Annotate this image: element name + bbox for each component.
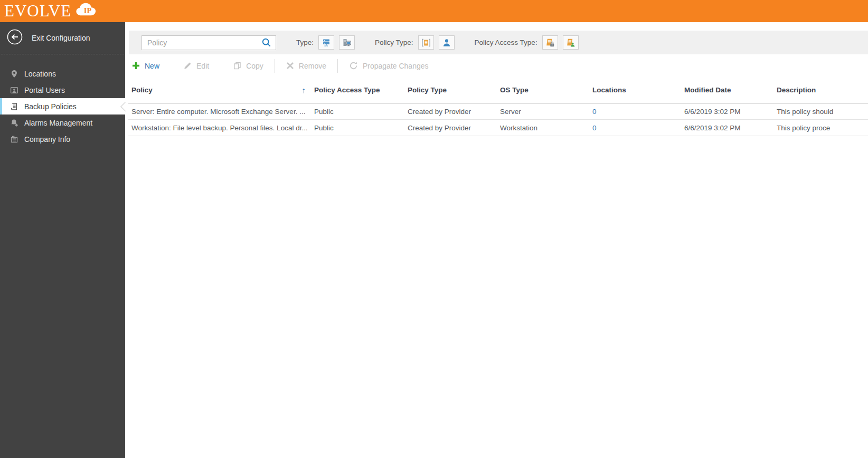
edit-button-label: Edit — [196, 62, 209, 70]
pencil-icon — [184, 62, 192, 70]
sidebar-nav: Locations Portal Users Backup Policies — [0, 65, 125, 147]
cell-os-type: Workstation — [497, 124, 589, 132]
column-header-policy[interactable]: Policy ↑ — [128, 86, 311, 94]
cell-modified-date: 6/6/2019 3:02 PM — [681, 108, 773, 116]
sidebar-item-backup-policies[interactable]: Backup Policies — [0, 98, 125, 114]
cell-description: This policy proce — [773, 124, 868, 132]
back-arrow-icon — [6, 28, 23, 47]
x-icon — [286, 62, 294, 70]
top-bar: EVOLVE IP — [0, 0, 868, 22]
public-access-icon[interactable] — [563, 35, 579, 50]
private-access-icon[interactable] — [542, 35, 558, 50]
cell-policy-type: Created by Provider — [404, 124, 497, 132]
sort-ascending-icon[interactable]: ↑ — [302, 86, 306, 94]
logo-text: EVOLVE — [4, 1, 71, 21]
plus-icon — [132, 62, 140, 70]
svg-text:IP: IP — [84, 6, 92, 15]
provider-policy-icon[interactable] — [418, 35, 434, 50]
policy-type-filter-group: Policy Type: — [375, 35, 455, 50]
type-filter-label: Type: — [296, 39, 314, 46]
search-icon[interactable] — [261, 37, 271, 47]
sidebar-item-locations[interactable]: Locations — [0, 65, 125, 82]
sidebar-divider — [1, 54, 124, 54]
column-header-label: Policy — [131, 86, 153, 94]
propagate-changes-button-label: Propagate Changes — [363, 62, 429, 70]
copy-button[interactable]: Copy — [227, 54, 270, 77]
sidebar-item-company-info[interactable]: Company Info — [0, 131, 125, 147]
new-button-label: New — [145, 62, 159, 70]
locations-count-link[interactable]: 0 — [589, 124, 681, 132]
policies-table: Policy ↑ Policy Access Type Policy Type … — [128, 77, 868, 136]
cell-policy-access-type: Public — [311, 124, 404, 132]
table-header-row: Policy ↑ Policy Access Type Policy Type … — [128, 77, 868, 103]
table-row[interactable]: Workstation: File level backup. Personal… — [128, 120, 868, 136]
type-filter-group: Type: — [296, 35, 355, 50]
cloud-logo-icon: IP — [73, 1, 102, 20]
column-header-modified-date[interactable]: Modified Date — [681, 86, 773, 94]
copy-button-label: Copy — [246, 62, 263, 70]
workstation-type-icon[interactable] — [339, 35, 355, 50]
filter-bar: Type: Pol — [129, 31, 868, 54]
sidebar: Exit Configuration Locations Portal User… — [0, 22, 125, 458]
toolbar-separator — [337, 59, 338, 73]
policy-search-box — [141, 35, 276, 50]
edit-button[interactable]: Edit — [177, 54, 216, 77]
toolbar-separator — [275, 59, 275, 73]
policy-access-type-filter-label: Policy Access Type: — [475, 39, 537, 46]
exit-configuration-label: Exit Configuration — [32, 34, 90, 42]
user-policy-icon[interactable] — [439, 35, 455, 50]
column-header-locations[interactable]: Locations — [589, 86, 681, 94]
cell-policy-type: Created by Provider — [404, 108, 497, 116]
column-header-policy-type[interactable]: Policy Type — [404, 86, 497, 94]
location-pin-icon — [10, 69, 18, 78]
company-info-icon — [10, 135, 18, 144]
cell-modified-date: 6/6/2019 3:02 PM — [681, 124, 773, 132]
cell-os-type: Server — [497, 108, 589, 116]
copy-icon — [233, 62, 241, 70]
table-row[interactable]: Server: Entire computer. Microsoft Excha… — [128, 103, 868, 120]
column-header-policy-access-type[interactable]: Policy Access Type — [311, 86, 404, 94]
evolve-ip-logo: EVOLVE IP — [4, 1, 102, 21]
remove-button-label: Remove — [299, 62, 326, 70]
sidebar-item-portal-users[interactable]: Portal Users — [0, 82, 125, 98]
new-button[interactable]: New — [125, 54, 166, 77]
cell-description: This policy should — [773, 108, 868, 116]
locations-count-link[interactable]: 0 — [589, 108, 681, 116]
remove-button[interactable]: Remove — [279, 54, 333, 77]
cell-policy-access-type: Public — [311, 108, 404, 116]
column-header-os-type[interactable]: OS Type — [497, 86, 589, 94]
cell-policy: Server: Entire computer. Microsoft Excha… — [128, 108, 311, 116]
selected-item-accent-bar — [0, 98, 2, 114]
sidebar-item-label: Locations — [24, 70, 56, 78]
sidebar-item-alarms-management[interactable]: Alarms Management — [0, 114, 125, 131]
refresh-icon — [349, 61, 358, 70]
column-header-description[interactable]: Description — [773, 86, 868, 94]
sidebar-item-label: Portal Users — [24, 86, 65, 94]
backup-policies-icon — [10, 102, 18, 111]
alarms-icon — [10, 118, 18, 127]
server-type-icon[interactable] — [318, 35, 334, 50]
sidebar-item-label: Company Info — [24, 135, 70, 144]
policy-type-filter-label: Policy Type: — [375, 39, 413, 46]
policy-search-input[interactable] — [146, 38, 261, 47]
sidebar-item-label: Backup Policies — [24, 102, 77, 111]
cell-policy: Workstation: File level backup. Personal… — [128, 124, 311, 132]
propagate-changes-button[interactable]: Propagate Changes — [342, 54, 436, 77]
sidebar-item-label: Alarms Management — [24, 119, 92, 127]
policy-access-type-filter-group: Policy Access Type: — [475, 35, 579, 50]
exit-configuration-button[interactable]: Exit Configuration — [0, 22, 125, 54]
portal-users-icon — [10, 85, 18, 94]
main-content: Type: Pol — [125, 22, 868, 458]
actions-toolbar: New Edit Copy Remove — [125, 54, 868, 77]
